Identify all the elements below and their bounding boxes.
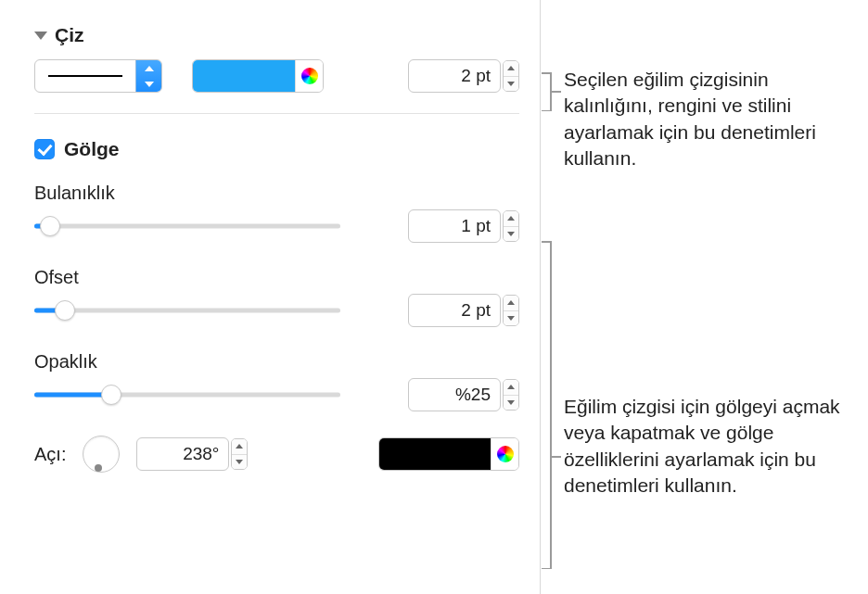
stepper-up-icon[interactable]	[504, 380, 518, 396]
thickness-field[interactable]: 2 pt	[408, 59, 501, 93]
stepper-up-icon[interactable]	[504, 61, 518, 77]
stepper-down-icon[interactable]	[232, 455, 247, 470]
golge-label: Gölge	[64, 138, 120, 160]
aci-field[interactable]: 238°	[136, 437, 229, 471]
annotation-2: Eğilim çizgisi için gölgeyi açmak veya k…	[564, 394, 851, 499]
ciz-section-header[interactable]: Çiz	[34, 24, 519, 46]
aci-row: Açı: 238°	[34, 436, 519, 473]
color-wheel-icon	[301, 68, 318, 84]
thickness-stepper[interactable]	[503, 60, 519, 92]
golge-checkbox[interactable]	[34, 139, 55, 159]
ofset-field[interactable]: 2 pt	[408, 294, 501, 327]
line-style-select[interactable]	[34, 59, 162, 93]
ciz-controls-row: 2 pt	[34, 59, 519, 93]
shadow-color-swatch[interactable]	[379, 438, 491, 470]
thickness-field-wrap: 2 pt	[408, 59, 519, 93]
divider	[34, 113, 519, 114]
stepper-down-icon[interactable]	[504, 311, 518, 326]
opaklik-field[interactable]: %25	[408, 378, 501, 411]
aci-label: Açı:	[34, 444, 66, 465]
annotation-1: Seçilen eğilim çizgisinin kalınlığını, r…	[564, 67, 851, 171]
bulaniklik-slider[interactable]	[34, 215, 340, 237]
stepper-up-icon[interactable]	[232, 439, 247, 455]
ofset-stepper[interactable]	[503, 295, 519, 326]
ofset-slider[interactable]	[34, 299, 340, 322]
angle-indicator-icon	[95, 464, 102, 472]
stepper-down-icon[interactable]	[504, 77, 518, 92]
stepper-up-icon[interactable]	[504, 211, 518, 227]
color-wheel-icon	[497, 446, 514, 462]
line-style-stepper[interactable]	[135, 60, 161, 92]
bulaniklik-field[interactable]: 1 pt	[408, 209, 501, 243]
bulaniklik-group: Bulanıklık 1 pt	[34, 183, 519, 243]
shadow-color-select[interactable]	[378, 437, 519, 471]
callout-bracket-1	[542, 72, 558, 111]
ofset-label: Ofset	[34, 267, 519, 288]
color-picker-button[interactable]	[295, 60, 323, 92]
aci-dial[interactable]	[83, 436, 120, 473]
bulaniklik-stepper[interactable]	[503, 210, 519, 242]
chevron-down-icon[interactable]	[136, 76, 161, 92]
stroke-color-select[interactable]	[192, 59, 324, 93]
opaklik-slider[interactable]	[34, 384, 340, 406]
inspector-panel: Çiz 2 pt Gölge Bu	[5, 0, 541, 594]
bulaniklik-label: Bulanıklık	[34, 183, 519, 204]
ciz-title: Çiz	[55, 24, 84, 46]
shadow-color-picker-button[interactable]	[491, 438, 518, 470]
ofset-group: Ofset 2 pt	[34, 267, 519, 327]
line-sample-icon	[48, 75, 122, 77]
stepper-down-icon[interactable]	[504, 227, 518, 242]
stroke-color-swatch[interactable]	[193, 60, 295, 92]
disclosure-triangle-icon[interactable]	[34, 32, 47, 40]
stepper-up-icon[interactable]	[504, 296, 518, 311]
stepper-down-icon[interactable]	[504, 396, 518, 411]
opaklik-label: Opaklık	[34, 351, 519, 373]
opaklik-stepper[interactable]	[503, 379, 519, 411]
aci-stepper[interactable]	[231, 438, 248, 470]
checkmark-icon	[41, 145, 49, 155]
opaklik-group: Opaklık %25	[34, 351, 519, 411]
chevron-up-icon[interactable]	[136, 60, 161, 76]
callout-bracket-2	[542, 241, 558, 569]
golge-checkbox-row: Gölge	[34, 138, 519, 160]
